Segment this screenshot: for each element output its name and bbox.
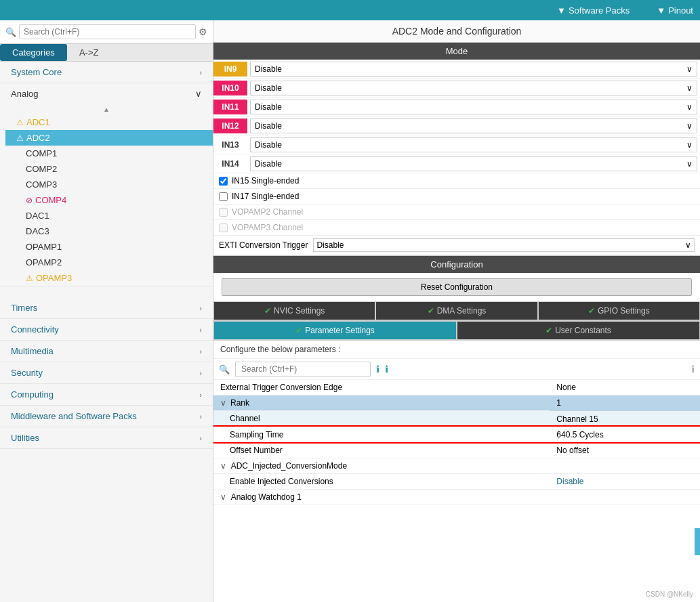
param-search-icon: 🔍 (219, 364, 230, 374)
software-packs-btn[interactable]: ▼ Software Packs (557, 5, 630, 16)
tab-gpio-settings[interactable]: ✔ GPIO Settings (538, 301, 700, 320)
sidebar-item-utilities[interactable]: Utilities › (0, 427, 213, 449)
vopamp3-label: VOPAMP3 Channel (232, 223, 303, 232)
content-area: ADC2 Mode and Configuration Mode IN9 Dis… (213, 20, 700, 602)
sidebar-item-comp2[interactable]: COMP2 (5, 161, 213, 177)
check-icon-nvic: ✔ (264, 306, 271, 316)
tab-user-constants[interactable]: ✔ User Constants (457, 321, 700, 340)
chevron-right-multimedia: › (199, 347, 202, 356)
in11-select[interactable]: Disable ∨ (250, 100, 697, 114)
sidebar-item-adc1[interactable]: ⚠ ADC1 (5, 114, 213, 130)
mode-section: IN9 Disable ∨ IN10 Disable ∨ IN11 Disabl… (213, 60, 700, 256)
input-row-in9: IN9 Disable ∨ (213, 60, 700, 79)
table-row-sampling: Sampling Time 640.5 Cycles (213, 427, 700, 442)
tab-parameter-settings[interactable]: ✔ Parameter Settings (213, 321, 457, 340)
param-label: Parameter Settings (305, 326, 375, 335)
in9-label: IN9 (213, 62, 247, 77)
param-search-input[interactable] (235, 362, 371, 377)
tab-nvic-settings[interactable]: ✔ NVIC Settings (213, 301, 375, 320)
param-area: Configure the below parameters : 🔍 ℹ ℹ ℹ… (213, 341, 700, 602)
scrollbar-thumb[interactable] (695, 528, 700, 555)
search-input[interactable] (19, 24, 196, 39)
software-packs-label: Software Packs (569, 5, 630, 16)
comp4-label: COMP4 (35, 195, 66, 205)
vopamp3-row: VOPAMP3 Channel (213, 220, 700, 236)
config-tabs-row1: ✔ NVIC Settings ✔ DMA Settings ✔ GPIO Se… (213, 301, 700, 321)
exti-label: EXTI Conversion Trigger (219, 240, 308, 250)
sidebar-item-adc2[interactable]: ⚠ ADC2 (5, 130, 213, 146)
watchdog-section-label: ∨ Analog Watchdog 1 (213, 489, 700, 504)
in12-select[interactable]: Disable ∨ (250, 119, 697, 133)
exti-select[interactable]: Disable ∨ (313, 238, 695, 252)
sidebar-item-connectivity[interactable]: Connectivity › (0, 319, 213, 341)
chevron-down-icon-analog: ∨ (195, 89, 202, 99)
middleware-label: Middleware and Software Packs (11, 411, 137, 421)
chevron-right-computing: › (199, 391, 202, 399)
config-header: Configuration (213, 256, 700, 273)
sidebar-item-middleware[interactable]: Middleware and Software Packs › (0, 406, 213, 427)
sidebar-item-comp4[interactable]: ⊘ COMP4 (5, 192, 213, 208)
param-search-row: 🔍 ℹ ℹ ℹ (213, 359, 700, 380)
sidebar-item-multimedia[interactable]: Multimedia › (0, 341, 213, 362)
in17-checkbox[interactable] (219, 192, 228, 201)
sidebar-item-system-core[interactable]: System Core › (0, 62, 213, 83)
injected-section-label: ∨ ADC_Injected_ConversionMode (213, 458, 700, 473)
sidebar-item-opamp2[interactable]: OPAMP2 (5, 255, 213, 270)
sidebar-item-dac1[interactable]: DAC1 (5, 208, 213, 223)
in14-label: IN14 (213, 156, 247, 171)
sidebar-item-security[interactable]: Security › (0, 362, 213, 384)
adc2-title: ADC2 Mode and Configuration (392, 26, 522, 37)
tab-dma-settings[interactable]: ✔ DMA Settings (375, 301, 537, 320)
vopamp2-row: VOPAMP2 Channel (213, 205, 700, 220)
chevron-right-timers: › (199, 304, 202, 312)
opamp2-label: OPAMP2 (26, 257, 62, 267)
in10-select[interactable]: Disable ∨ (250, 81, 697, 95)
in15-label: IN15 Single-ended (232, 176, 299, 186)
info-icon-2[interactable]: ℹ (385, 364, 388, 374)
comp2-label: COMP2 (26, 164, 57, 174)
tab-a-to-z[interactable]: A->Z (67, 44, 111, 61)
in13-select[interactable]: Disable ∨ (250, 137, 697, 152)
in13-chevron: ∨ (686, 140, 693, 150)
mode-header: Mode (213, 43, 700, 60)
injected-conv-label: Enable Injected Conversions (213, 473, 550, 489)
info-icon-1[interactable]: ℹ (376, 364, 379, 374)
in14-select[interactable]: Disable ∨ (250, 156, 697, 171)
tab-categories[interactable]: Categories (0, 44, 67, 61)
sidebar-group-analog: Analog ∨ ▲ ⚠ ADC1 ⚠ ADC2 (0, 83, 213, 286)
in15-checkbox[interactable] (219, 177, 228, 186)
sidebar-item-opamp1[interactable]: OPAMP1 (5, 239, 213, 255)
sidebar-item-analog[interactable]: Analog ∨ (0, 83, 213, 104)
multimedia-label: Multimedia (11, 346, 54, 356)
in11-chevron: ∨ (686, 102, 693, 112)
sidebar-item-dac3[interactable]: DAC3 (5, 223, 213, 239)
channel-value: Channel 15 (550, 411, 700, 427)
adc2-label: ADC2 (26, 133, 50, 143)
sidebar-item-timers[interactable]: Timers › (0, 297, 213, 319)
sidebar-item-opamp3[interactable]: ⚠ OPAMP3 (5, 270, 213, 286)
sidebar-item-comp3[interactable]: COMP3 (5, 177, 213, 192)
disabled-icon-comp4: ⊘ (26, 196, 33, 205)
main-layout: 🔍 ⚙ Categories A->Z System Core › Analog… (0, 20, 700, 602)
gear-icon[interactable]: ⚙ (199, 26, 207, 37)
analog-children: ⚠ ADC1 ⚠ ADC2 COMP1 COMP2 (0, 114, 213, 286)
in9-chevron: ∨ (686, 64, 693, 74)
check-icon-param: ✔ (295, 326, 302, 335)
exti-row: EXTI Conversion Trigger Disable ∨ (213, 236, 700, 255)
chevron-down-icon: ▼ (557, 5, 566, 16)
input-row-in10: IN10 Disable ∨ (213, 79, 700, 98)
in9-select[interactable]: Disable ∨ (250, 62, 697, 77)
param-table: External Trigger Conversion Edge None ∨ … (213, 380, 700, 505)
opamp1-label: OPAMP1 (26, 242, 62, 252)
table-row-injected-conversions: Enable Injected Conversions Disable (213, 473, 700, 489)
rank-label: Rank (230, 398, 249, 408)
scroll-up-arrow[interactable]: ▲ (0, 104, 213, 114)
sidebar-item-comp1[interactable]: COMP1 (5, 146, 213, 161)
pinout-btn[interactable]: ▼ Pinout (657, 5, 693, 16)
check-icon-user: ✔ (545, 326, 552, 335)
exti-chevron: ∨ (685, 240, 691, 250)
config-label: Configuration (430, 259, 482, 270)
chevron-down-icon2: ▼ (657, 5, 665, 16)
sidebar-item-computing[interactable]: Computing › (0, 384, 213, 406)
reset-config-button[interactable]: Reset Configuration (222, 278, 692, 296)
